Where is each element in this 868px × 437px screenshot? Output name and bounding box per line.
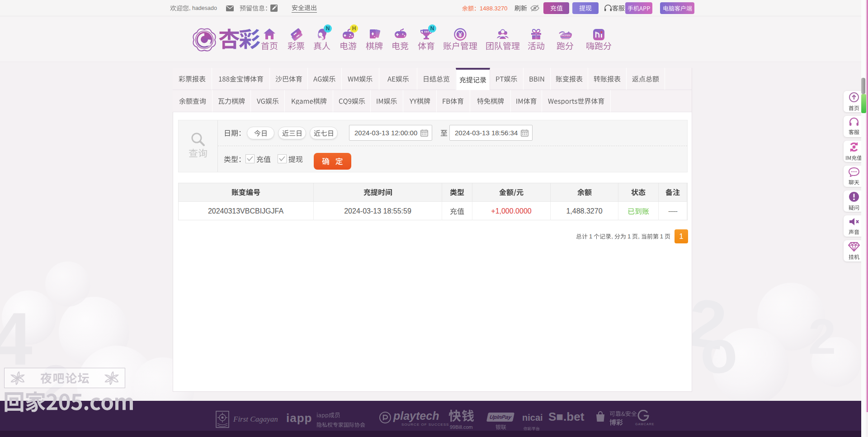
svg-text:PAOFEN: PAOFEN bbox=[561, 34, 571, 37]
